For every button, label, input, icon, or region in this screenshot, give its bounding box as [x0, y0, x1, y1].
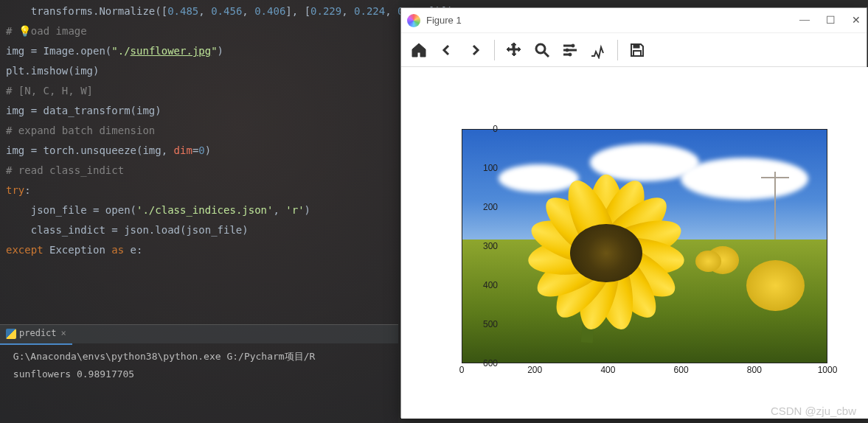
- y-tick-label: 400: [468, 280, 498, 290]
- image-axes: [462, 129, 827, 363]
- console-line: sunflowers 0.98917705: [7, 368, 134, 380]
- x-tick-label: 600: [674, 365, 689, 375]
- run-tabs: predict ×: [0, 324, 398, 343]
- code-line[interactable]: # expand batch dimension: [6, 121, 392, 141]
- y-tick-label: 0: [468, 124, 498, 134]
- x-tick-label: 0: [459, 365, 465, 375]
- code-line[interactable]: try:: [6, 181, 392, 200]
- configure-subplots-button[interactable]: [558, 38, 582, 62]
- code-line[interactable]: img = Image.open("./sunflower.jpg"): [6, 41, 392, 61]
- minimize-button[interactable]: —: [799, 14, 810, 27]
- watermark-text: CSDN @zju_cbw: [771, 405, 856, 417]
- window-controls: — ☐ ✕: [799, 14, 861, 27]
- code-line[interactable]: json_file = open('./class_indices.json',…: [6, 200, 392, 220]
- code-line[interactable]: img = torch.unsqueeze(img, dim=0): [6, 141, 392, 161]
- svg-rect-5: [633, 51, 641, 56]
- code-line[interactable]: class_indict = json.load(json_file): [6, 220, 392, 240]
- zoom-button[interactable]: [530, 38, 554, 62]
- pan-button[interactable]: [502, 38, 526, 62]
- forward-button[interactable]: [463, 38, 487, 62]
- x-tick-label: 400: [600, 365, 615, 375]
- plot-area[interactable]: 0100200300400500600 02004006008001000: [401, 67, 868, 419]
- code-content[interactable]: transforms.Normalize([0.485, 0.456, 0.40…: [0, 0, 398, 262]
- window-title: Figure 1: [426, 15, 462, 26]
- toolbar-separator: [617, 40, 618, 60]
- close-button[interactable]: ✕: [852, 14, 861, 27]
- code-line[interactable]: except Exception as e:: [6, 240, 392, 260]
- close-icon[interactable]: ×: [61, 324, 66, 343]
- maximize-button[interactable]: ☐: [826, 14, 836, 27]
- y-tick-label: 600: [468, 358, 498, 368]
- x-tick-label: 1000: [818, 365, 838, 375]
- matplotlib-toolbar: [401, 33, 867, 67]
- x-tick-label: 200: [527, 365, 542, 375]
- run-tab-predict[interactable]: predict ×: [0, 324, 72, 345]
- x-tick-label: 800: [747, 365, 762, 375]
- y-tick-label: 300: [468, 241, 498, 251]
- svg-point-0: [536, 44, 545, 53]
- code-line[interactable]: img = data_transform(img): [6, 101, 392, 121]
- matplotlib-icon: [407, 14, 420, 27]
- y-tick-label: 100: [468, 163, 498, 173]
- home-button[interactable]: [407, 38, 431, 62]
- svg-point-2: [566, 49, 569, 52]
- save-button[interactable]: [625, 38, 649, 62]
- code-line[interactable]: # [N, C, H, W]: [6, 81, 392, 101]
- svg-rect-4: [633, 44, 639, 48]
- y-tick-label: 500: [468, 319, 498, 329]
- window-titlebar[interactable]: Figure 1 — ☐ ✕: [401, 8, 867, 33]
- svg-point-1: [572, 44, 574, 47]
- y-tick-label: 200: [468, 202, 498, 212]
- back-button[interactable]: [435, 38, 459, 62]
- run-tab-label: predict: [19, 324, 57, 343]
- console-line: G:\Anaconda\envs\python38\python.exe G:/…: [7, 351, 315, 362]
- code-line[interactable]: plt.imshow(img): [6, 61, 392, 81]
- sunflower-image: [462, 130, 827, 363]
- code-editor-pane: transforms.Normalize([0.485, 0.456, 0.40…: [0, 0, 398, 423]
- toolbar-separator: [494, 40, 495, 60]
- edit-axis-button[interactable]: [586, 38, 610, 62]
- code-line[interactable]: # 💡oad image: [6, 21, 392, 41]
- code-line[interactable]: # read class_indict: [6, 161, 392, 181]
- console-output[interactable]: G:\Anaconda\envs\python38\python.exe G:/…: [0, 343, 398, 388]
- svg-point-3: [569, 53, 572, 56]
- python-file-icon: [6, 329, 16, 339]
- matplotlib-figure-window: Figure 1 — ☐ ✕: [400, 7, 867, 418]
- code-line[interactable]: transforms.Normalize([0.485, 0.456, 0.40…: [6, 1, 392, 21]
